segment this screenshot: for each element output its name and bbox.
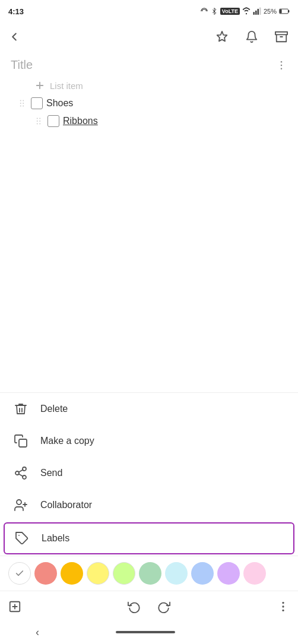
status-time: 4:13 [8,7,24,16]
toolbar [0,21,298,52]
check-icon [15,569,24,578]
svg-point-9 [281,61,283,62]
svg-point-17 [23,103,24,104]
list-item: Shoes [17,94,287,112]
action-menu: Delete Make a copy [0,392,298,556]
svg-rect-26 [19,439,27,447]
delete-label: Delete [40,404,68,414]
note-more-button[interactable] [275,59,287,71]
reminder-button[interactable] [241,26,262,47]
svg-rect-0 [253,12,255,15]
labels-action[interactable]: Labels [4,522,294,554]
send-icon [13,465,28,481]
home-indicator[interactable] [116,631,175,633]
battery-icon [279,8,290,15]
copy-action[interactable]: Make a copy [0,425,298,457]
app-page: 4:13 VoLTE 25% [0,0,298,644]
svg-point-41 [282,609,284,611]
svg-point-23 [39,120,40,122]
list-sub-item: Ribbons [17,112,287,130]
collaborator-label: Collaborator [40,500,92,510]
add-icon [34,80,45,91]
color-palette [0,556,298,591]
archive-button[interactable] [271,26,292,47]
svg-rect-2 [258,9,259,15]
color-green[interactable] [113,562,135,585]
color-default[interactable] [8,562,31,585]
note-content: Title List item [0,52,298,229]
volte-badge: VoLTE [220,8,240,15]
color-pink[interactable] [243,562,266,585]
drag-handle-ribbons[interactable] [33,116,44,126]
collaborator-action[interactable]: Collaborator [0,489,298,521]
toolbar-left [4,26,25,47]
add-person-icon [13,497,28,513]
undo-button[interactable] [128,600,141,613]
note-title-placeholder[interactable]: Title [11,58,33,72]
send-label: Send [40,468,62,478]
wifi-icon [242,7,251,15]
svg-point-19 [23,106,24,107]
delete-action[interactable]: Delete [0,393,298,425]
svg-rect-3 [259,8,261,15]
svg-point-15 [23,100,24,101]
color-blue[interactable] [191,562,214,585]
trash-icon [13,401,28,417]
back-button[interactable] [4,26,25,47]
more-options-button[interactable] [277,600,290,613]
color-teal[interactable] [139,562,161,585]
svg-line-31 [19,470,23,472]
main-area: Title List item [0,52,298,644]
nfc-icon [200,7,208,15]
copy-icon [13,433,28,449]
bottom-bar [0,591,298,621]
svg-rect-7 [275,32,287,35]
color-yellow[interactable] [87,562,109,585]
label-icon [14,531,30,546]
note-title-row: Title [11,58,287,77]
svg-point-21 [39,118,40,119]
labels-label: Labels [42,533,69,544]
list-container: List item Shoes [11,77,287,130]
svg-rect-5 [288,10,289,12]
signal-icon [253,7,261,15]
add-button[interactable] [8,600,21,613]
svg-point-22 [37,120,38,122]
color-purple[interactable] [217,562,240,585]
status-bar: 4:13 VoLTE 25% [0,0,298,21]
add-item-row[interactable]: List item [17,77,287,94]
svg-point-25 [39,123,40,125]
color-red[interactable] [34,562,57,585]
color-blue-light[interactable] [165,562,188,585]
bottom-bar-center [128,600,170,613]
svg-line-30 [19,474,23,477]
item-text-shoes: Shoes [46,98,73,109]
svg-point-32 [17,500,21,505]
copy-label: Make a copy [40,436,94,446]
checkbox-ribbons[interactable] [47,115,59,127]
bluetooth-icon [211,7,218,15]
svg-point-20 [37,118,38,119]
checkbox-shoes[interactable] [31,97,43,109]
color-orange[interactable] [61,562,83,585]
svg-point-24 [37,123,38,125]
toolbar-right [211,26,292,47]
item-text-ribbons: Ribbons [63,116,98,126]
nav-back-chevron[interactable]: ‹ [36,626,39,639]
svg-point-18 [20,106,21,107]
redo-button[interactable] [157,600,170,613]
nav-bar: ‹ [0,621,298,644]
drag-handle-shoes[interactable] [17,98,27,109]
svg-point-39 [282,601,284,603]
add-item-label: List item [50,81,83,91]
battery-percent: 25% [264,8,277,15]
status-icons: VoLTE 25% [200,7,290,15]
svg-point-11 [281,68,283,69]
svg-point-40 [282,605,284,607]
send-action[interactable]: Send [0,457,298,489]
svg-rect-1 [255,11,256,15]
svg-point-10 [281,64,283,66]
svg-point-14 [20,100,21,101]
svg-point-16 [20,103,21,104]
pin-button[interactable] [211,26,233,47]
